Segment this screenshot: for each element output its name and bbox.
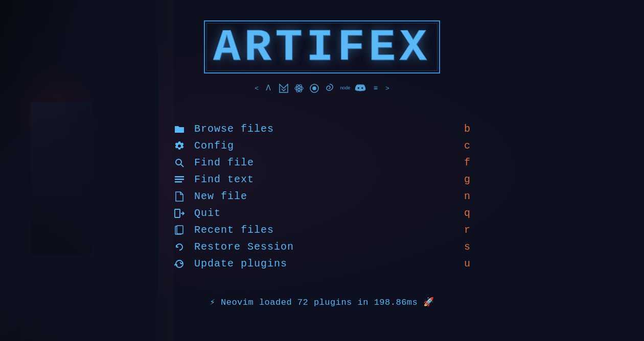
menu-key-recent-files: r [460, 224, 470, 236]
menu-label-find-text: Find text [194, 174, 254, 185]
menu-item-left: Quit [174, 207, 221, 219]
menu-item-recent-files[interactable]: Recent files r [174, 222, 470, 238]
main-content: ARTIFEX < Λ [0, 0, 644, 341]
right-chevron-icon: > [385, 85, 389, 92]
menu-item-find-text[interactable]: Find text g [174, 171, 470, 188]
menu-item-left: Recent files [174, 224, 274, 236]
svg-rect-9 [175, 179, 184, 180]
menu-item-find-file[interactable]: Find file f [174, 154, 470, 171]
menu-key-restore-session: s [460, 241, 470, 253]
swirl-icon [324, 83, 335, 94]
restore-icon [174, 241, 185, 253]
svg-rect-11 [175, 209, 180, 217]
vim-icon [278, 83, 289, 94]
svg-point-3 [298, 88, 300, 89]
extra-icon: ≡ [370, 83, 381, 94]
gear-icon [174, 140, 185, 152]
recent-icon [174, 225, 185, 236]
menu-item-left: Find text [174, 174, 254, 185]
exit-icon [174, 208, 185, 219]
menu-label-browse-files: Browse files [194, 123, 274, 135]
menu-key-find-file: f [460, 157, 470, 168]
discord-icon [355, 83, 366, 94]
menu-item-quit[interactable]: Quit q [174, 205, 470, 222]
lambda-icon: Λ [263, 83, 274, 94]
menu-label-find-file: Find file [194, 157, 254, 168]
svg-point-5 [313, 87, 316, 90]
lines-icon [174, 174, 185, 185]
status-bar: ⚡ Neovim loaded 72 plugins in 198.86ms 🚀 [210, 297, 434, 307]
svg-point-6 [176, 159, 181, 165]
menu-key-update-plugins: u [460, 258, 470, 270]
menu-item-left: Find file [174, 157, 254, 168]
search-icon [174, 157, 185, 168]
newfile-icon [174, 191, 185, 202]
svg-line-7 [181, 164, 183, 167]
menu-label-config: Config [194, 140, 234, 152]
menu-key-quit: q [460, 207, 470, 219]
svg-rect-10 [175, 181, 182, 183]
menu-item-left: Update plugins [174, 258, 287, 270]
react-icon [293, 83, 305, 94]
menu-item-restore-session[interactable]: Restore Session s [174, 238, 470, 255]
menu-key-config: c [460, 140, 470, 152]
menu-item-left: Config [174, 140, 234, 152]
menu-label-update-plugins: Update plugins [194, 258, 287, 270]
tech-icons-row: < Λ node [255, 83, 389, 94]
menu-key-browse-files: b [460, 123, 470, 135]
menu-key-new-file: n [460, 190, 470, 202]
menu-container: Browse files b Config c [174, 120, 470, 272]
menu-item-browse-files[interactable]: Browse files b [174, 120, 470, 137]
svg-rect-8 [175, 176, 184, 178]
menu-item-new-file[interactable]: New file n [174, 188, 470, 205]
menu-key-find-text: g [460, 174, 470, 185]
app-title: ARTIFEX [213, 26, 431, 70]
menu-label-recent-files: Recent files [194, 224, 274, 236]
menu-item-left: New file [174, 190, 247, 202]
menu-label-new-file: New file [194, 190, 247, 202]
menu-item-left: Restore Session [174, 241, 294, 253]
menu-item-config[interactable]: Config c [174, 137, 470, 154]
menu-label-quit: Quit [194, 207, 221, 219]
menu-item-left: Browse files [174, 123, 274, 135]
folder-icon [174, 124, 185, 135]
node-icon: node [339, 83, 351, 94]
menu-label-restore-session: Restore Session [194, 241, 294, 253]
git-icon [309, 83, 320, 94]
svg-rect-14 [177, 226, 183, 234]
logo-container: ARTIFEX [204, 20, 440, 74]
left-chevron-icon: < [255, 85, 259, 92]
logo-border: ARTIFEX [204, 20, 440, 74]
menu-item-update-plugins[interactable]: Update plugins u [174, 255, 470, 272]
update-icon [174, 258, 185, 270]
